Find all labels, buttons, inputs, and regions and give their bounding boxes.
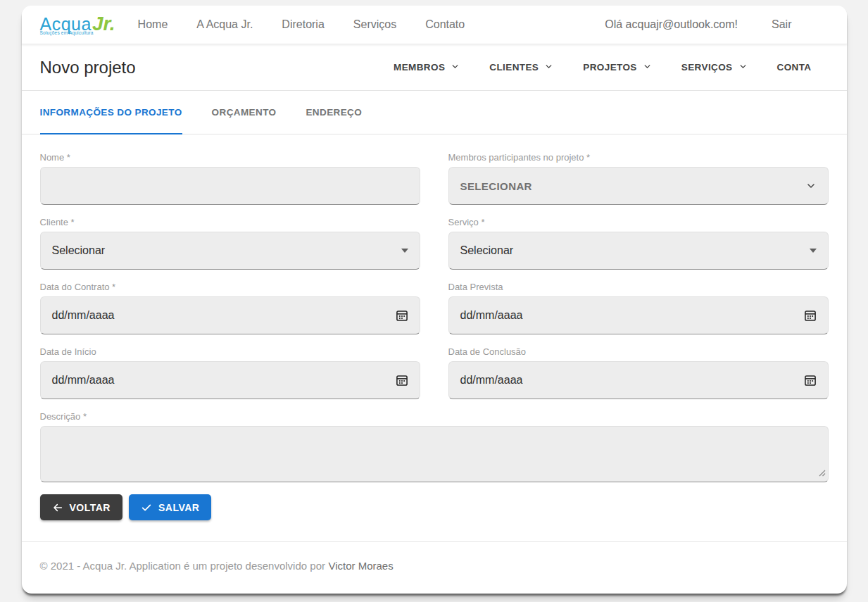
descricao-label: Descrição *: [40, 411, 829, 422]
cliente-label: Cliente *: [40, 217, 420, 227]
field-nome: Nome *: [40, 152, 420, 205]
tab-endereco[interactable]: ENDEREÇO: [306, 91, 362, 134]
tab-bar: INFORMAÇÕES DO PROJETO ORÇAMENTO ENDEREÇ…: [22, 91, 847, 134]
menu-conta[interactable]: CONTA: [777, 62, 812, 73]
field-servico: Serviço * Selecionar: [448, 217, 829, 270]
chevron-down-icon: [544, 62, 553, 73]
form-actions: VOLTAR SALVAR: [40, 494, 829, 541]
nav-link-contato[interactable]: Contato: [425, 18, 465, 31]
menu-conta-label: CONTA: [777, 62, 812, 73]
menu-clientes-label: CLIENTES: [489, 62, 539, 73]
membros-value: SELECIONAR: [460, 180, 532, 192]
data-inicio-label: Data de Início: [40, 346, 420, 357]
check-icon: [141, 502, 152, 513]
project-form: Nome * Membros participantes no projeto …: [22, 134, 847, 541]
data-inicio-placeholder: dd/mm/aaaa: [52, 374, 115, 387]
calendar-icon[interactable]: [396, 309, 408, 322]
page-footer: © 2021 - Acqua Jr. Application é um proj…: [22, 541, 847, 594]
data-prevista-label: Data Prevista: [448, 282, 829, 292]
data-prevista-placeholder: dd/mm/aaaa: [460, 309, 523, 322]
field-data-conclusao: Data de Conclusão dd/mm/aaaa: [448, 346, 829, 399]
tab-informacoes-do-projeto[interactable]: INFORMAÇÕES DO PROJETO: [40, 91, 182, 134]
cliente-select[interactable]: Selecionar: [40, 232, 420, 270]
servico-label: Serviço *: [448, 217, 829, 227]
user-greeting: Olá acquajr@outlook.com!: [605, 18, 738, 31]
nav-link-a-acqua-jr[interactable]: A Acqua Jr.: [196, 18, 253, 31]
data-inicio-input[interactable]: dd/mm/aaaa: [40, 361, 420, 399]
chevron-down-icon: [643, 62, 652, 73]
data-conclusao-input[interactable]: dd/mm/aaaa: [448, 361, 829, 399]
calendar-icon[interactable]: [396, 374, 408, 387]
resize-grip-icon[interactable]: [819, 467, 826, 479]
select-caret-icon: [401, 249, 408, 253]
brand-logo[interactable]: Acqua Jr. Soluções em Aquicultura: [40, 14, 115, 36]
menu-projetos[interactable]: PROJETOS: [583, 62, 651, 73]
data-conclusao-label: Data de Conclusão: [448, 346, 829, 357]
menu-servicos-label: SERVIÇOS: [681, 62, 733, 73]
membros-label: Membros participantes no projeto *: [448, 152, 829, 163]
tab-orcamento[interactable]: ORÇAMENTO: [212, 91, 277, 134]
field-data-contrato: Data do Contrato * dd/mm/aaaa: [40, 282, 420, 334]
field-descricao: Descrição *: [40, 411, 829, 482]
data-contrato-label: Data do Contrato *: [40, 282, 420, 292]
menu-servicos[interactable]: SERVIÇOS: [681, 62, 748, 73]
select-caret-icon: [810, 249, 817, 253]
membros-select[interactable]: SELECIONAR: [448, 167, 829, 205]
voltar-label: VOLTAR: [70, 502, 111, 513]
page-title: Novo projeto: [40, 58, 136, 77]
footer-text: © 2021 - Acqua Jr. Application é um proj…: [40, 560, 325, 572]
data-contrato-placeholder: dd/mm/aaaa: [52, 309, 115, 322]
descricao-textarea[interactable]: [40, 426, 829, 482]
chevron-down-icon: [805, 180, 817, 192]
chevron-down-icon: [451, 62, 460, 73]
brand-tagline: Soluções em Aquicultura: [40, 31, 115, 36]
chevron-down-icon: [738, 62, 748, 73]
main-card: Acqua Jr. Soluções em Aquicultura Home A…: [22, 6, 847, 594]
menu-projetos-label: PROJETOS: [583, 62, 636, 73]
top-navbar: Acqua Jr. Soluções em Aquicultura Home A…: [22, 6, 847, 44]
navbar-right: Olá acquajr@outlook.com! Sair: [605, 18, 828, 31]
data-contrato-input[interactable]: dd/mm/aaaa: [40, 296, 420, 334]
servico-select[interactable]: Selecionar: [448, 232, 829, 270]
field-data-prevista: Data Prevista dd/mm/aaaa: [448, 282, 829, 334]
title-row: Novo projeto MEMBROS CLIENTES PROJETOS S…: [22, 44, 847, 91]
servico-value: Selecionar: [460, 244, 514, 257]
menu-clientes[interactable]: CLIENTES: [489, 62, 553, 73]
voltar-button[interactable]: VOLTAR: [40, 494, 122, 520]
field-membros: Membros participantes no projeto * SELEC…: [448, 152, 829, 205]
field-cliente: Cliente * Selecionar: [40, 217, 420, 270]
field-data-inicio: Data de Início dd/mm/aaaa: [40, 346, 420, 399]
calendar-icon[interactable]: [804, 309, 817, 322]
calendar-icon[interactable]: [804, 374, 817, 387]
nav-link-home[interactable]: Home: [138, 18, 168, 31]
nav-links: Home A Acqua Jr. Diretoria Serviços Cont…: [138, 18, 465, 31]
footer-author-link[interactable]: Victor Moraes: [328, 560, 393, 572]
menu-membros[interactable]: MEMBROS: [394, 62, 460, 73]
data-prevista-input[interactable]: dd/mm/aaaa: [448, 296, 829, 334]
nav-link-servicos[interactable]: Serviços: [353, 18, 396, 31]
nome-input[interactable]: [40, 167, 420, 205]
salvar-button[interactable]: SALVAR: [129, 494, 211, 520]
nav-link-diretoria[interactable]: Diretoria: [282, 18, 324, 31]
logout-link[interactable]: Sair: [772, 18, 791, 31]
cliente-value: Selecionar: [52, 244, 106, 257]
salvar-label: SALVAR: [158, 502, 199, 513]
nome-label: Nome *: [40, 152, 420, 163]
data-conclusao-placeholder: dd/mm/aaaa: [460, 374, 523, 387]
menu-membros-label: MEMBROS: [394, 62, 445, 73]
arrow-left-icon: [52, 502, 63, 513]
section-menu: MEMBROS CLIENTES PROJETOS SERVIÇOS CONTA: [394, 62, 812, 73]
